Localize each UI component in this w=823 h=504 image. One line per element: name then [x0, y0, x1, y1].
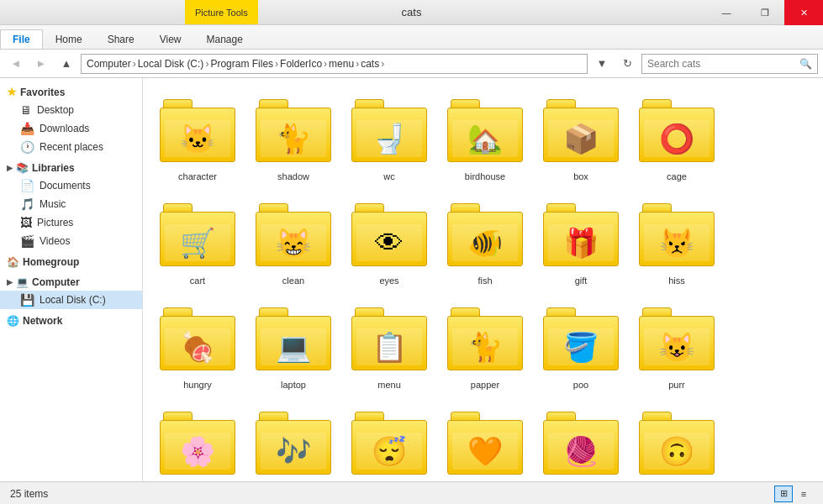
sidebar-favorites-section: ★ Favorites 🖥 Desktop 📥 Downloads 🕐 Rece…: [0, 83, 142, 156]
file-icon-eyes: 👁: [351, 197, 427, 272]
search-box[interactable]: 🔍: [641, 54, 818, 74]
sidebar-homegroup-header[interactable]: 🏠 Homegroup: [0, 254, 142, 270]
minimize-button[interactable]: —: [707, 0, 746, 25]
homegroup-label: Homegroup: [23, 256, 79, 268]
file-item-sing[interactable]: 🎶 sing: [247, 399, 340, 481]
forward-button[interactable]: ►: [30, 54, 52, 74]
path-programfiles: Program Files: [210, 58, 273, 70]
downloads-icon: 📥: [20, 122, 34, 135]
close-button[interactable]: ✕: [784, 0, 823, 25]
file-item-slippers[interactable]: 🧡 slippers: [439, 399, 531, 481]
view-buttons: ⊞ ≡: [774, 486, 813, 502]
favorites-label: Favorites: [20, 87, 65, 98]
file-item-clean[interactable]: 😸 clean: [247, 191, 340, 291]
file-icon-tied: 🧶: [543, 405, 619, 480]
sidebar-homegroup-section: 🏠 Homegroup: [0, 254, 142, 270]
picture-tools-tab[interactable]: Picture Tools: [185, 0, 258, 24]
file-item-rascal[interactable]: 🌸 rascal: [151, 399, 244, 481]
file-item-poo[interactable]: 🪣 poo: [535, 295, 627, 396]
tab-manage[interactable]: Manage: [194, 29, 256, 49]
homegroup-icon: 🏠: [7, 256, 19, 268]
list-view-button[interactable]: ≡: [794, 486, 813, 502]
file-item-cart[interactable]: 🛒 cart: [151, 191, 244, 291]
file-item-papper[interactable]: 🐈 papper: [439, 295, 531, 396]
refresh-button[interactable]: ↻: [616, 54, 638, 74]
localdisk-icon: 💾: [20, 293, 34, 307]
large-icons-view-button[interactable]: ⊞: [774, 486, 793, 502]
file-item-birdhouse[interactable]: 🏡 birdhouse: [439, 87, 531, 187]
file-icon-purr: 😺: [639, 301, 715, 376]
file-item-gift[interactable]: 🎁 gift: [535, 191, 627, 291]
sidebar-network-section: 🌐 Network: [0, 312, 142, 329]
file-icon-box: 📦: [543, 92, 619, 168]
file-name-poo: poo: [573, 380, 588, 390]
pictures-label: Pictures: [37, 217, 73, 228]
path-computer: Computer: [87, 58, 131, 70]
file-item-purr[interactable]: 😺 purr: [630, 295, 723, 396]
back-button[interactable]: ◄: [5, 54, 27, 74]
dropdown-button[interactable]: ▼: [591, 54, 613, 74]
recent-label: Recent places: [40, 141, 103, 153]
file-icon-hiss: 😾: [639, 197, 715, 272]
tab-share[interactable]: Share: [95, 29, 147, 49]
file-icon-character: 🐱: [160, 92, 235, 168]
sidebar-item-localdisk[interactable]: 💾 Local Disk (C:): [0, 291, 142, 309]
ribbon: File Home Share View Manage: [0, 25, 823, 50]
pictures-icon: 🖼: [20, 216, 32, 229]
file-name-fish: fish: [477, 276, 492, 286]
item-count: 25 items: [10, 488, 48, 500]
file-icon-sing: 🎶: [256, 405, 331, 480]
search-icon: 🔍: [799, 58, 812, 70]
file-item-fish[interactable]: 🐠 fish: [439, 191, 531, 291]
maximize-button[interactable]: ❐: [746, 0, 784, 25]
file-icon-birdhouse: 🏡: [447, 92, 523, 168]
documents-icon: 📄: [20, 179, 34, 192]
file-item-upsidedown[interactable]: 🙃 upsidedown: [630, 399, 723, 481]
tab-home[interactable]: Home: [43, 29, 95, 49]
file-item-sleep[interactable]: 😴 sleep: [343, 399, 435, 481]
sidebar-item-desktop[interactable]: 🖥 Desktop: [0, 101, 142, 119]
sidebar-computer-header[interactable]: ▶ 💻 Computer: [0, 274, 142, 291]
sidebar-item-pictures[interactable]: 🖼 Pictures: [0, 213, 142, 232]
up-button[interactable]: ▲: [55, 54, 77, 74]
file-item-menu[interactable]: 📋 menu: [343, 295, 435, 396]
sidebar-libraries-header[interactable]: ▶ 📚 Libraries: [0, 160, 142, 176]
search-input[interactable]: [647, 58, 796, 70]
file-item-laptop[interactable]: 💻 laptop: [247, 295, 340, 396]
sidebar-network-header[interactable]: 🌐 Network: [0, 312, 142, 329]
tab-view[interactable]: View: [147, 29, 194, 49]
file-item-shadow[interactable]: 🐈 shadow: [247, 87, 340, 187]
address-path[interactable]: Computer › Local Disk (C:) › Program Fil…: [81, 54, 588, 74]
file-item-box[interactable]: 📦 box: [535, 87, 627, 187]
desktop-label: Desktop: [37, 104, 74, 116]
file-name-purr: purr: [668, 380, 685, 390]
file-item-wc[interactable]: 🚽 wc: [343, 87, 435, 187]
file-name-cart: cart: [190, 276, 205, 286]
file-item-eyes[interactable]: 👁 eyes: [343, 191, 435, 291]
file-name-papper: papper: [471, 380, 499, 390]
file-icon-menu: 📋: [351, 301, 427, 376]
sidebar-item-recent[interactable]: 🕐 Recent places: [0, 138, 142, 156]
libraries-label: Libraries: [32, 162, 75, 174]
file-name-character: character: [178, 171, 217, 181]
file-item-tied[interactable]: 🧶 tied: [535, 399, 627, 481]
sidebar-item-downloads[interactable]: 📥 Downloads: [0, 119, 142, 138]
file-item-character[interactable]: 🐱 character: [151, 87, 244, 187]
file-icon-poo: 🪣: [543, 301, 619, 376]
documents-label: Documents: [40, 180, 91, 192]
downloads-label: Downloads: [40, 123, 89, 134]
path-cats: cats: [361, 58, 379, 70]
tab-file[interactable]: File: [0, 29, 43, 49]
file-item-hiss[interactable]: 😾 hiss: [630, 191, 723, 291]
videos-icon: 🎬: [20, 234, 34, 248]
sidebar-item-videos[interactable]: 🎬 Videos: [0, 232, 142, 250]
file-icon-shadow: 🐈: [256, 92, 331, 168]
sidebar-favorites-header[interactable]: ★ Favorites: [0, 83, 142, 101]
content-area: 🐱 character 🐈 shadow 🚽 wc 🏡 birdhouse 📦: [143, 78, 823, 481]
sidebar-item-documents[interactable]: 📄 Documents: [0, 176, 142, 195]
file-item-cage[interactable]: ⭕ cage: [630, 87, 723, 187]
libraries-expand-icon: ▶: [7, 164, 13, 172]
file-icon-gift: 🎁: [543, 197, 619, 272]
file-item-hungry[interactable]: 🍖 hungry: [151, 295, 244, 396]
sidebar-item-music[interactable]: 🎵 Music: [0, 195, 142, 213]
